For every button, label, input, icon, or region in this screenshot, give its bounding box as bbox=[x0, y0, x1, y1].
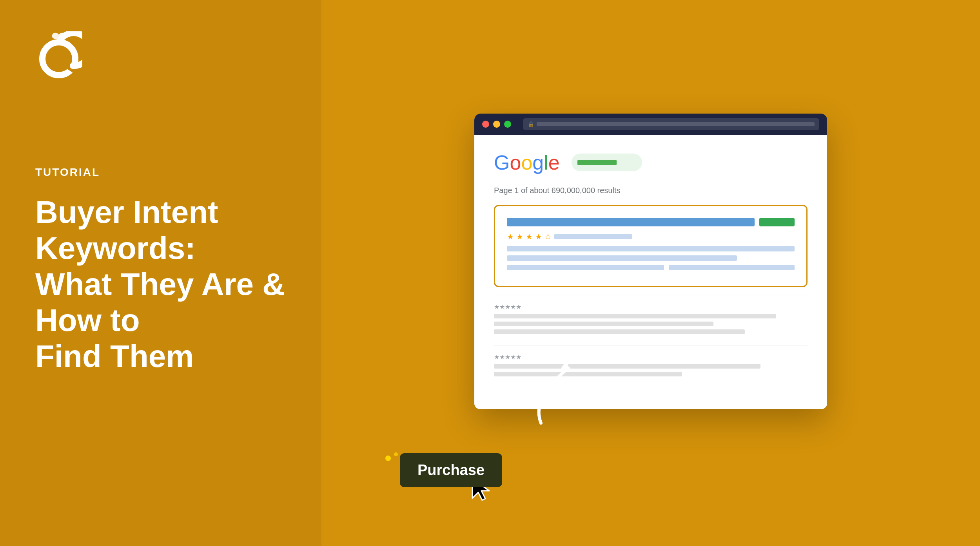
purchase-tooltip: Purchase bbox=[400, 453, 502, 487]
svg-point-2 bbox=[394, 452, 398, 456]
result-card-1: ★★★★★ bbox=[494, 295, 808, 345]
normal-line-2 bbox=[494, 322, 713, 326]
result-line-row bbox=[507, 265, 795, 270]
result-desc-1 bbox=[507, 246, 795, 251]
star-2: ★ bbox=[516, 232, 523, 241]
right-panel: 🔒 Google Page 1 of about 690,000,000 res… bbox=[321, 0, 980, 546]
logo-area bbox=[35, 31, 286, 80]
star-4: ★ bbox=[535, 232, 542, 241]
search-box-fill bbox=[577, 160, 617, 165]
stars-row: ★ ★ ★ ★ ☆ bbox=[507, 232, 795, 241]
star-3: ★ bbox=[526, 232, 533, 241]
tutorial-label: TUTORIAL bbox=[35, 166, 286, 179]
google-logo: Google bbox=[494, 151, 560, 174]
results-count: Page 1 of about 690,000,000 results bbox=[494, 186, 808, 195]
result-badge bbox=[759, 218, 795, 226]
url-bar-fill bbox=[537, 122, 815, 126]
browser-titlebar: 🔒 bbox=[474, 114, 827, 135]
star-1: ★ bbox=[507, 232, 514, 241]
search-box-mock bbox=[572, 154, 642, 171]
svg-point-1 bbox=[385, 456, 391, 461]
normal-line-1 bbox=[494, 314, 776, 318]
result-card-highlighted: ★ ★ ★ ★ ☆ bbox=[494, 205, 808, 287]
browser-dot-green bbox=[504, 121, 511, 128]
normal-stars-1: ★★★★★ bbox=[494, 303, 808, 311]
result-title-bar bbox=[507, 218, 795, 226]
google-header: Google bbox=[494, 151, 808, 174]
star-5: ☆ bbox=[544, 232, 552, 241]
result-line-half-2 bbox=[669, 265, 795, 270]
left-panel: TUTORIAL Buyer Intent Keywords: What The… bbox=[0, 0, 321, 546]
browser-urlbar: 🔒 bbox=[523, 118, 819, 130]
main-container: TUTORIAL Buyer Intent Keywords: What The… bbox=[0, 0, 980, 546]
result-desc-2 bbox=[507, 255, 737, 261]
lock-icon: 🔒 bbox=[528, 121, 534, 127]
browser-dot-red bbox=[482, 121, 489, 128]
arrow-element bbox=[510, 353, 580, 432]
browser-dot-yellow bbox=[493, 121, 500, 128]
main-title: Buyer Intent Keywords: What They Are & H… bbox=[35, 194, 286, 374]
result-title-fill bbox=[507, 218, 755, 226]
star-text-fill bbox=[554, 234, 632, 239]
brand-logo bbox=[35, 31, 82, 78]
result-line-half-1 bbox=[507, 265, 664, 270]
normal-line-3 bbox=[494, 329, 745, 334]
